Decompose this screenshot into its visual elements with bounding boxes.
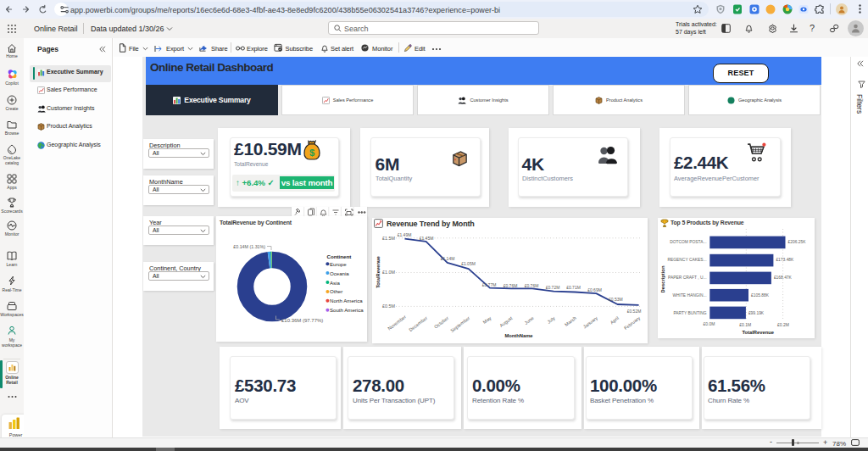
- svg-text:October: October: [433, 315, 449, 330]
- svg-text:£0.1M: £0.1M: [739, 322, 751, 327]
- svg-text:£0.77M: £0.77M: [481, 282, 496, 287]
- svg-text:February: February: [623, 315, 641, 331]
- svg-text:TotalRevenue: TotalRevenue: [742, 330, 774, 335]
- svg-text:Continent: Continent: [327, 253, 352, 259]
- svg-text:£0.72M: £0.72M: [545, 285, 559, 290]
- svg-text:WHITE HANGIN...: WHITE HANGIN...: [672, 293, 706, 298]
- svg-text:Description: Description: [660, 265, 665, 292]
- svg-text:TotalRevenue: TotalRevenue: [375, 255, 380, 287]
- svg-text:£206.25K: £206.25K: [788, 240, 807, 244]
- svg-text:December: December: [408, 315, 428, 332]
- svg-text:April: April: [609, 315, 619, 325]
- svg-text:August: August: [498, 315, 514, 328]
- svg-text:£1.5M: £1.5M: [382, 236, 395, 241]
- svg-text:£1.45M: £1.45M: [419, 236, 433, 241]
- svg-text:PARTY BUNTING: PARTY BUNTING: [673, 311, 706, 315]
- svg-text:£0.69M: £0.69M: [587, 287, 602, 292]
- svg-text:£0.53M: £0.53M: [609, 297, 623, 302]
- svg-text:£0.2M: £0.2M: [777, 322, 789, 327]
- svg-text:North America: North America: [330, 298, 363, 303]
- svg-text:Europe: Europe: [330, 261, 347, 267]
- svg-text:£0.0M: £0.0M: [704, 321, 715, 326]
- svg-text:PAPER CRAFT , U...: PAPER CRAFT , U...: [668, 276, 706, 280]
- svg-text:July: July: [546, 315, 556, 325]
- svg-text:£0.52M: £0.52M: [626, 309, 641, 314]
- svg-text:£10.36M (97.77%): £10.36M (97.77%): [281, 318, 323, 323]
- svg-text:£0.5M: £0.5M: [382, 303, 395, 309]
- svg-text:£0.71M: £0.71M: [566, 285, 581, 290]
- svg-text:$: $: [309, 148, 314, 158]
- svg-text:Asia: Asia: [330, 280, 340, 286]
- svg-text:Other: Other: [330, 288, 342, 294]
- svg-text:March: March: [564, 315, 577, 327]
- svg-text:£168.47K: £168.47K: [774, 276, 793, 280]
- svg-text:£1.05M: £1.05M: [461, 261, 476, 266]
- svg-text:Oceania: Oceania: [330, 270, 349, 276]
- svg-text:£99.19K: £99.19K: [748, 311, 765, 315]
- svg-text:REGENCY CAKES...: REGENCY CAKES...: [667, 258, 706, 262]
- svg-text:£0.76M: £0.76M: [503, 283, 517, 288]
- svg-text:£1.49M: £1.49M: [397, 232, 411, 237]
- svg-text:£105.88K: £105.88K: [751, 293, 770, 298]
- svg-text:South America: South America: [330, 307, 364, 313]
- svg-text:November: November: [387, 314, 407, 331]
- svg-text:£0.14M (1.31%): £0.14M (1.31%): [233, 244, 265, 249]
- svg-text:£1.14M: £1.14M: [440, 256, 454, 261]
- svg-text:DOTCOM POSTA...: DOTCOM POSTA...: [670, 240, 706, 244]
- svg-text:May: May: [481, 315, 492, 325]
- svg-text:£173.48K: £173.48K: [776, 258, 794, 262]
- svg-text:MonthName: MonthName: [504, 333, 533, 338]
- svg-text:June: June: [523, 315, 534, 326]
- svg-text:£0.76M: £0.76M: [524, 283, 538, 288]
- svg-text:£1.0M: £1.0M: [382, 270, 395, 275]
- svg-text:September: September: [449, 315, 470, 333]
- svg-text:January: January: [581, 315, 598, 330]
